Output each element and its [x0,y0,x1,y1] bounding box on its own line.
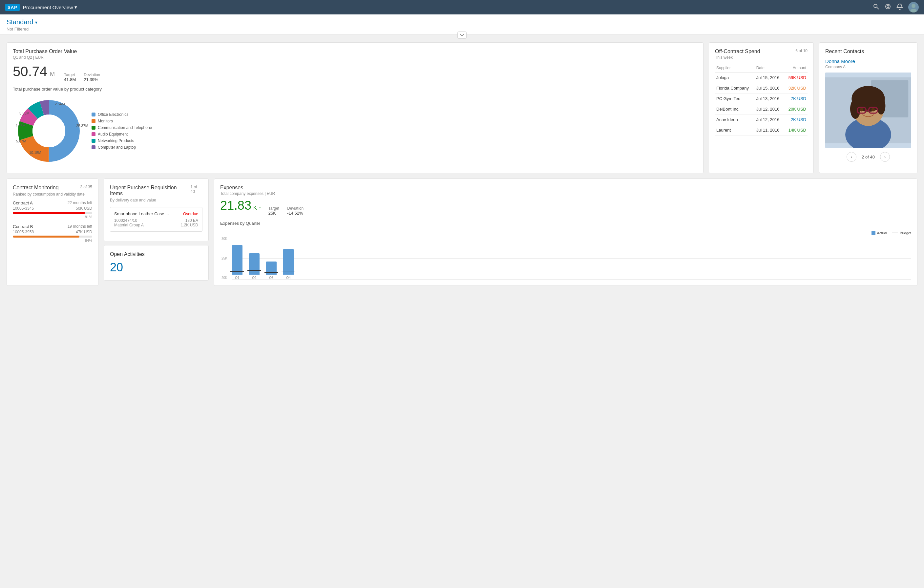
open-act-title: Open Activities [110,251,145,257]
table-row: PC Gym Tec Jul 13, 2016 7K USD [715,94,807,104]
contact-nav-text: 2 of 40 [862,155,875,159]
target-value: 41.8M [64,77,76,82]
table-row: Laurent Jul 11, 2016 14K USD [715,125,807,135]
contact-navigation: ‹ 2 of 40 › [825,152,911,162]
table-row: Florida Company Jul 15, 2016 32K USD [715,83,807,94]
upr-subtitle: By delivery date and value [110,198,203,202]
col-supplier: Supplier [715,64,755,73]
deviation-value: 21.39% [84,77,100,82]
subheader: Standard ▾ Not Filtered [0,15,924,35]
progress-fill-b [13,236,79,238]
svg-point-12 [33,114,65,147]
po-value-card: Total Purchase Order Value Q1 and Q2 | E… [7,42,703,173]
progress-pct-a: 91% [13,215,92,219]
view-dropdown-icon[interactable]: ▾ [35,20,37,25]
expenses-subtitle: Total company expenses | EUR [220,191,911,196]
main-content: Total Purchase Order Value Q1 and Q2 | E… [0,35,924,292]
legend-item-monitors: Monitors [92,119,152,123]
search-icon[interactable] [873,3,879,12]
donut-chart-title: Total purchase order value by product ca… [13,87,697,92]
upr-header: Urgent Purchase Requisition Items 1 of 4… [110,185,203,197]
title-dropdown-icon[interactable] [74,4,77,10]
contract-item: Contract B 19 months left 10005-3958 47K… [13,224,92,243]
svg-point-2 [886,4,890,9]
svg-point-20 [877,97,885,114]
ofc-subtitle: This week [715,55,807,60]
exp-deviation-value: -14.52% [287,211,304,216]
svg-line-1 [877,7,879,9]
cm-title: Contract Monitoring [13,185,59,191]
settings-icon[interactable] [884,3,891,12]
collapse-button[interactable] [457,31,467,39]
svg-point-5 [910,9,917,12]
app-title: Procurement Overview [23,4,78,10]
exp-target-label: Target [268,206,279,211]
cm-count: 3 of 35 [80,185,92,191]
pr-material-group: Material Group A [114,223,144,227]
ofc-title: Off-Contract Spend [715,49,760,55]
pr-detail-row2: Material Group A 1.2K USD [114,223,198,227]
pr-qty: 180 EA [185,218,198,223]
sap-logo: SAP [5,4,20,11]
contract-id-b: 10005-3958 [13,230,34,234]
bar-q2 [249,253,259,275]
contract-name: Contract A [13,200,33,205]
y-axis: 30K 25K 20K [220,237,229,279]
recent-contacts-card: Recent Contacts Donna Moore Company A [819,42,917,173]
contract-value-b: 47K USD [76,230,92,234]
contract-monitoring-card: Contract Monitoring 3 of 35 Ranked by co… [7,178,99,286]
svg-point-3 [887,6,889,8]
svg-point-4 [912,4,916,8]
budget-line-q4 [282,271,295,271]
budget-line-q1 [230,271,244,272]
contact-photo [825,73,911,148]
donut-container: 2.54M 3.55M 4.06M 5.07M 10.15M 25.37M Of… [13,95,697,167]
y-label-20k: 20K [221,276,228,279]
topnav-right [873,2,919,12]
bar-chart: 30K 25K 20K Q1 [220,237,911,279]
middle-bottom-col: Urgent Purchase Requisition Items 1 of 4… [104,178,209,286]
view-selector[interactable]: Standard ▾ [7,18,917,26]
pr-detail-row1: 10002474/10 180 EA [114,218,198,223]
expenses-arrow: ↑ [259,205,261,211]
legend-item-networking: Networking Products [92,139,152,143]
legend-budget-line [892,233,898,233]
legend-item-audio: Audio Equipment [92,132,152,137]
bell-icon[interactable] [896,3,903,12]
exp-target-value: 25K [268,211,279,216]
bar-group-q4: Q4 [283,249,294,279]
legend-item-office: Office Electronics [92,112,152,117]
col-amount: Amount [784,64,807,73]
upr-count: 1 of 40 [191,185,203,197]
budget-line-q2 [248,270,261,271]
expenses-title: Expenses [220,185,911,191]
budget-line-q3 [264,272,278,273]
contract-value: 50K USD [76,206,92,211]
po-card-title: Total Purchase Order Value [13,49,697,55]
open-act-value: 20 [110,261,123,274]
deviation-label: Deviation [84,73,100,77]
y-label-30k: 30K [221,237,228,241]
bar-q4 [283,249,294,275]
svg-point-0 [874,4,877,8]
contact-next-button[interactable]: › [880,152,890,162]
legend-item-comm: Communication and Telephone [92,126,152,130]
contact-prev-button[interactable]: ‹ [846,152,856,162]
cm-subtitle: Ranked by consumption and validity date [13,192,92,197]
svg-point-19 [850,99,860,119]
bar-q3 [266,261,277,275]
legend-actual: Actual [871,231,887,235]
po-value: 50.74 [13,64,47,79]
po-card-subtitle: Q1 and Q2 | EUR [13,55,697,60]
contact-name[interactable]: Donna Moore [825,58,911,64]
contract-months-b: 19 months left [68,224,92,229]
user-avatar[interactable] [908,2,919,12]
col-date: Date [755,64,785,73]
legend-actual-bar [871,231,875,235]
bar-group-q1: Q1 [232,245,243,279]
open-activities-card: Open Activities 20 [104,245,209,281]
urgent-pr-card: Urgent Purchase Requisition Items 1 of 4… [104,178,209,241]
legend-item-computer: Computer and Laptop [92,145,152,150]
table-row: Jologa Jul 15, 2016 59K USD [715,73,807,83]
top-row: Total Purchase Order Value Q1 and Q2 | E… [7,42,917,173]
